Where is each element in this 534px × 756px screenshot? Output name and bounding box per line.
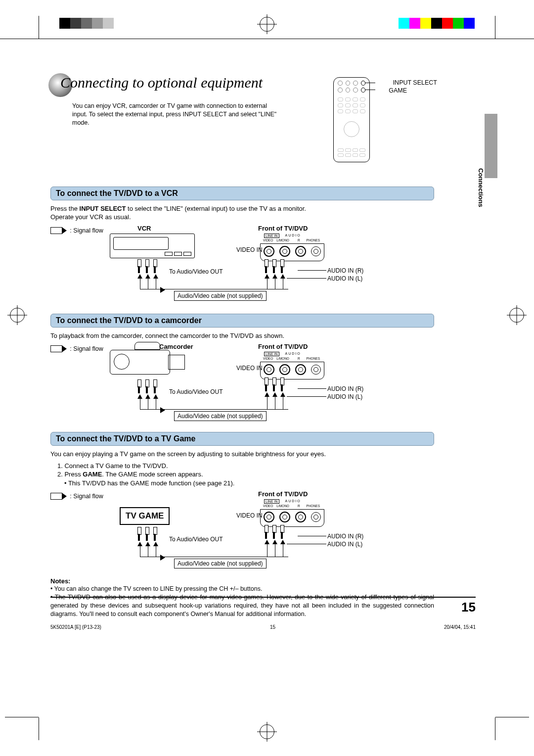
diagram-vcr: : Signal flow VCR To Audio/Video OUT Fro… xyxy=(50,225,434,304)
diagram-camcorder: : Signal flow Camcorder To Audio/Video O… xyxy=(50,343,434,422)
registration-mark-bottom xyxy=(260,724,274,739)
diagram-tvgame: : Signal flow TV GAME To Audio/Video OUT… xyxy=(50,490,434,574)
footer-right: 20/4/04, 15:41 xyxy=(444,624,476,630)
footer: 5K50201A [E] (P13-23) 15 20/4/04, 15:41 xyxy=(50,624,476,630)
intro-text: You can enjoy VCR, camcorder or TV game … xyxy=(72,102,285,127)
registration-mark-left xyxy=(10,308,25,323)
section-heading-tvgame: To connect the TV/DVD to a TV Game xyxy=(50,432,434,446)
signal-flow-icon xyxy=(50,345,62,352)
section-heading-vcr: To connect the TV/DVD to a VCR xyxy=(50,187,434,200)
side-tab-label: Connections xyxy=(477,168,485,207)
remote-label-game: GAME xyxy=(389,87,407,94)
color-bar-left xyxy=(59,18,114,29)
notes-header: Notes: xyxy=(50,577,434,585)
remote-label-input-select: INPUT SELECT xyxy=(393,79,437,86)
vcr-body: Press the INPUT SELECT to select the "LI… xyxy=(50,204,434,222)
signal-flow-icon xyxy=(50,493,62,500)
signal-flow-icon xyxy=(50,227,62,234)
page-title: Connecting to optional equipment xyxy=(60,74,263,91)
registration-mark-top xyxy=(260,17,274,32)
camcorder-body: To playback from the camcorder, connect … xyxy=(50,331,434,340)
side-grey-tab xyxy=(485,114,497,178)
page-number: 15 xyxy=(461,600,476,615)
tvgame-body: You can enjoy playing a TV game on the s… xyxy=(50,450,434,487)
registration-mark-right xyxy=(509,308,524,323)
color-bar-right xyxy=(399,18,475,29)
section-heading-camcorder: To connect the TV/DVD to a camcorder xyxy=(50,314,434,328)
footer-mid: 15 xyxy=(270,624,275,630)
footer-left: 5K50201A [E] (P13-23) xyxy=(50,624,101,630)
page-rule xyxy=(50,597,476,598)
notes-body: • You can also change the TV screen to L… xyxy=(50,585,434,618)
remote-illustration xyxy=(333,77,370,162)
